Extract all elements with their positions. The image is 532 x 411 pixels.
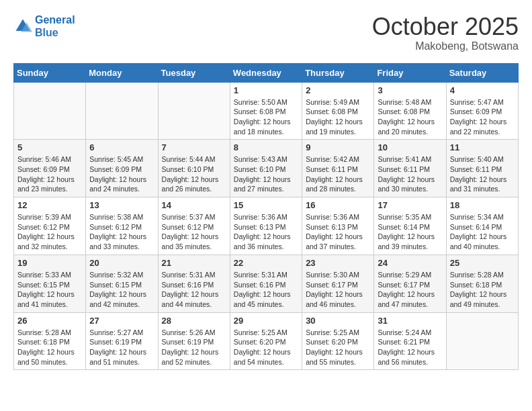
day-number: 13 [89, 200, 154, 210]
day-info: Sunrise: 5:49 AMSunset: 6:08 PMDaylight:… [306, 97, 370, 137]
day-info: Sunrise: 5:41 AMSunset: 6:11 PMDaylight:… [378, 154, 442, 194]
day-cell: 29Sunrise: 5:25 AMSunset: 6:20 PMDayligh… [230, 312, 302, 370]
day-info: Sunrise: 5:26 AMSunset: 6:19 PMDaylight:… [162, 328, 226, 367]
day-cell: 30Sunrise: 5:25 AMSunset: 6:20 PMDayligh… [302, 312, 374, 370]
day-number: 28 [162, 316, 226, 326]
title-block: October 2025 Makobeng, Botswana [372, 13, 519, 52]
day-cell [446, 312, 518, 370]
day-number: 6 [89, 142, 154, 152]
calendar-body: 1Sunrise: 5:50 AMSunset: 6:08 PMDaylight… [14, 82, 519, 370]
day-number: 19 [17, 258, 82, 268]
day-info: Sunrise: 5:35 AMSunset: 6:14 PMDaylight:… [378, 212, 442, 252]
day-number: 29 [234, 316, 298, 326]
day-cell: 19Sunrise: 5:33 AMSunset: 6:15 PMDayligh… [14, 255, 86, 312]
day-cell: 15Sunrise: 5:36 AMSunset: 6:13 PMDayligh… [230, 197, 302, 255]
day-number: 10 [378, 142, 442, 152]
day-cell: 3Sunrise: 5:48 AMSunset: 6:08 PMDaylight… [374, 82, 446, 140]
day-cell: 10Sunrise: 5:41 AMSunset: 6:11 PMDayligh… [374, 140, 446, 197]
day-number: 17 [378, 200, 442, 210]
day-info: Sunrise: 5:40 AMSunset: 6:11 PMDaylight:… [450, 154, 515, 194]
day-cell: 1Sunrise: 5:50 AMSunset: 6:08 PMDaylight… [230, 82, 302, 140]
col-friday: Friday [374, 63, 446, 82]
day-number: 1 [234, 85, 298, 95]
day-cell: 25Sunrise: 5:28 AMSunset: 6:18 PMDayligh… [446, 255, 518, 312]
day-number: 21 [162, 258, 226, 268]
day-info: Sunrise: 5:24 AMSunset: 6:21 PMDaylight:… [378, 328, 442, 367]
col-wednesday: Wednesday [230, 63, 302, 82]
day-cell: 20Sunrise: 5:32 AMSunset: 6:15 PMDayligh… [86, 255, 158, 312]
day-cell: 5Sunrise: 5:46 AMSunset: 6:09 PMDaylight… [14, 140, 86, 197]
week-row-2: 5Sunrise: 5:46 AMSunset: 6:09 PMDaylight… [14, 140, 519, 197]
day-number: 4 [450, 85, 515, 95]
day-cell: 24Sunrise: 5:29 AMSunset: 6:17 PMDayligh… [374, 255, 446, 312]
day-number: 3 [378, 85, 442, 95]
day-cell: 22Sunrise: 5:31 AMSunset: 6:16 PMDayligh… [230, 255, 302, 312]
day-number: 2 [306, 85, 370, 95]
page-header: General Blue October 2025 Makobeng, Bots… [13, 13, 519, 52]
day-cell: 8Sunrise: 5:43 AMSunset: 6:10 PMDaylight… [230, 140, 302, 197]
col-tuesday: Tuesday [158, 63, 230, 82]
day-info: Sunrise: 5:25 AMSunset: 6:20 PMDaylight:… [306, 328, 370, 367]
day-info: Sunrise: 5:43 AMSunset: 6:10 PMDaylight:… [234, 154, 298, 194]
day-info: Sunrise: 5:48 AMSunset: 6:08 PMDaylight:… [378, 97, 442, 137]
day-number: 16 [306, 200, 370, 210]
logo-text: General Blue [35, 13, 75, 39]
day-info: Sunrise: 5:38 AMSunset: 6:12 PMDaylight:… [89, 212, 154, 252]
day-cell: 13Sunrise: 5:38 AMSunset: 6:12 PMDayligh… [86, 197, 158, 255]
day-number: 23 [306, 258, 370, 268]
day-info: Sunrise: 5:42 AMSunset: 6:11 PMDaylight:… [306, 154, 370, 194]
day-number: 14 [162, 200, 226, 210]
location: Makobeng, Botswana [372, 40, 519, 52]
day-info: Sunrise: 5:31 AMSunset: 6:16 PMDaylight:… [162, 270, 226, 310]
day-info: Sunrise: 5:39 AMSunset: 6:12 PMDaylight:… [17, 212, 82, 252]
day-cell: 14Sunrise: 5:37 AMSunset: 6:12 PMDayligh… [158, 197, 230, 255]
day-number: 20 [89, 258, 154, 268]
day-cell: 26Sunrise: 5:28 AMSunset: 6:18 PMDayligh… [14, 312, 86, 370]
month-title: October 2025 [372, 13, 519, 40]
day-cell: 6Sunrise: 5:45 AMSunset: 6:09 PMDaylight… [86, 140, 158, 197]
day-info: Sunrise: 5:28 AMSunset: 6:18 PMDaylight:… [17, 328, 82, 367]
day-number: 12 [17, 200, 82, 210]
day-cell [86, 82, 158, 140]
day-cell: 17Sunrise: 5:35 AMSunset: 6:14 PMDayligh… [374, 197, 446, 255]
day-number: 8 [234, 142, 298, 152]
logo-line1: General [35, 14, 75, 26]
header-row: Sunday Monday Tuesday Wednesday Thursday… [14, 63, 519, 82]
day-number: 5 [17, 142, 82, 152]
day-info: Sunrise: 5:32 AMSunset: 6:15 PMDaylight:… [89, 270, 154, 310]
day-cell: 28Sunrise: 5:26 AMSunset: 6:19 PMDayligh… [158, 312, 230, 370]
day-info: Sunrise: 5:30 AMSunset: 6:17 PMDaylight:… [306, 270, 370, 310]
day-info: Sunrise: 5:44 AMSunset: 6:10 PMDaylight:… [162, 154, 226, 194]
day-cell: 7Sunrise: 5:44 AMSunset: 6:10 PMDaylight… [158, 140, 230, 197]
day-number: 15 [234, 200, 298, 210]
day-number: 27 [89, 316, 154, 326]
day-cell: 16Sunrise: 5:36 AMSunset: 6:13 PMDayligh… [302, 197, 374, 255]
day-info: Sunrise: 5:36 AMSunset: 6:13 PMDaylight:… [234, 212, 298, 252]
day-cell: 12Sunrise: 5:39 AMSunset: 6:12 PMDayligh… [14, 197, 86, 255]
day-cell [158, 82, 230, 140]
day-cell [14, 82, 86, 140]
calendar-header: Sunday Monday Tuesday Wednesday Thursday… [14, 63, 519, 82]
day-cell: 11Sunrise: 5:40 AMSunset: 6:11 PMDayligh… [446, 140, 518, 197]
col-sunday: Sunday [14, 63, 86, 82]
day-number: 9 [306, 142, 370, 152]
day-info: Sunrise: 5:27 AMSunset: 6:19 PMDaylight:… [89, 328, 154, 367]
day-cell: 21Sunrise: 5:31 AMSunset: 6:16 PMDayligh… [158, 255, 230, 312]
day-info: Sunrise: 5:31 AMSunset: 6:16 PMDaylight:… [234, 270, 298, 310]
calendar-table: Sunday Monday Tuesday Wednesday Thursday… [13, 63, 519, 371]
day-number: 7 [162, 142, 226, 152]
col-monday: Monday [86, 63, 158, 82]
day-info: Sunrise: 5:28 AMSunset: 6:18 PMDaylight:… [450, 270, 515, 310]
day-info: Sunrise: 5:47 AMSunset: 6:09 PMDaylight:… [450, 97, 515, 137]
day-info: Sunrise: 5:45 AMSunset: 6:09 PMDaylight:… [89, 154, 154, 194]
week-row-4: 19Sunrise: 5:33 AMSunset: 6:15 PMDayligh… [14, 255, 519, 312]
week-row-1: 1Sunrise: 5:50 AMSunset: 6:08 PMDaylight… [14, 82, 519, 140]
day-number: 26 [17, 316, 82, 326]
day-cell: 18Sunrise: 5:34 AMSunset: 6:14 PMDayligh… [446, 197, 518, 255]
day-number: 18 [450, 200, 515, 210]
day-info: Sunrise: 5:50 AMSunset: 6:08 PMDaylight:… [234, 97, 298, 137]
logo-line2: Blue [35, 27, 58, 38]
day-cell: 2Sunrise: 5:49 AMSunset: 6:08 PMDaylight… [302, 82, 374, 140]
day-number: 22 [234, 258, 298, 268]
day-info: Sunrise: 5:25 AMSunset: 6:20 PMDaylight:… [234, 328, 298, 367]
